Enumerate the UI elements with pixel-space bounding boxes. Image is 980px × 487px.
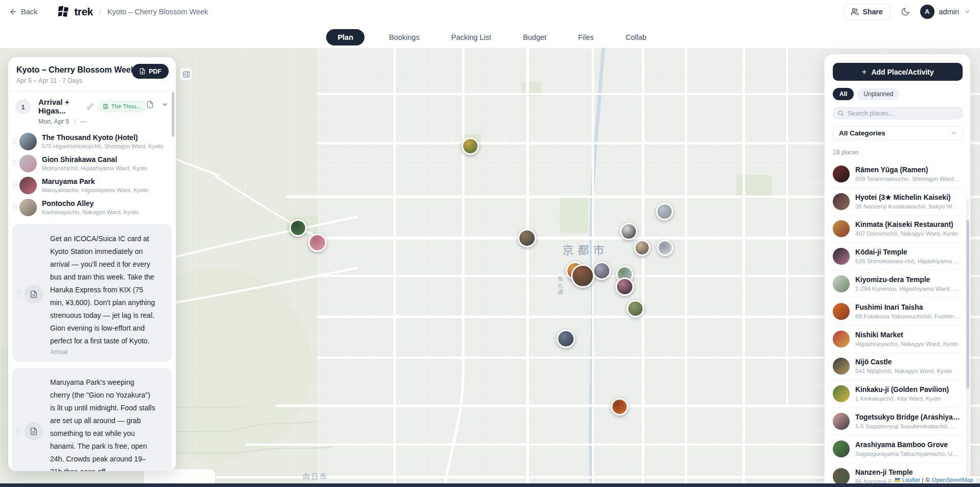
place-name: Kōdai-ji Temple xyxy=(855,248,961,256)
tab[interactable]: Plan xyxy=(326,29,364,45)
places-panel: + Add Place/Activity All Unplanned All C… xyxy=(825,54,970,487)
map-place-marker[interactable] xyxy=(657,240,673,256)
place-name: Nishiki Market xyxy=(855,331,958,339)
place-photo xyxy=(19,133,37,150)
filter-chip[interactable]: Unplanned xyxy=(857,88,900,100)
place-list-item[interactable]: Kinmata (Kaiseki Restaurant) 407 Dainich… xyxy=(833,216,963,243)
share-button[interactable]: Share xyxy=(843,4,891,20)
map-place-marker[interactable] xyxy=(656,203,673,220)
itinerary-scrollbar[interactable] xyxy=(172,92,174,137)
place-list-item[interactable]: Togetsukyo Bridge (Arashiyama) 1-5 Sagat… xyxy=(833,408,963,435)
place-photo xyxy=(833,331,850,347)
tab[interactable]: Budget xyxy=(516,30,554,45)
note-card[interactable]: Get an ICOCA/Suica IC card at Kyoto Stat… xyxy=(12,224,172,362)
map-place-marker[interactable] xyxy=(289,219,307,237)
app-logo[interactable]: trek xyxy=(57,5,93,18)
place-list-item[interactable]: Arashiyama Bamboo Grove Sagaogurayama Ta… xyxy=(833,435,963,463)
user-menu[interactable]: A admin xyxy=(920,5,971,19)
tab-bar: Plan Bookings Packing List Budget Files … xyxy=(0,29,980,45)
itinerary-place-item[interactable]: Maruyama Park Maruyamacho, Higashiyama W… xyxy=(8,174,176,196)
itinerary-place-item[interactable]: The Thousand Kyoto (Hotel) 570 Higashish… xyxy=(8,130,176,152)
category-select[interactable]: All Categories xyxy=(833,126,963,140)
pdf-label: PDF xyxy=(149,68,162,75)
leaflet-link[interactable]: Leaflet xyxy=(902,477,920,483)
drag-handle-icon[interactable] xyxy=(16,290,21,298)
tab[interactable]: Bookings xyxy=(382,30,427,45)
itinerary-place-item[interactable]: Pontocho Alley Kashiwayacho, Nakagyo War… xyxy=(8,196,176,218)
place-list-item[interactable]: Kinkaku-ji (Golden Pavilion) 1 Kinkakuji… xyxy=(833,380,963,408)
itinerary-header: Kyoto – Cherry Blossom Week Apr 5 – Apr … xyxy=(8,57,176,91)
day-date: Mon, Apr 5 xyxy=(38,118,69,125)
map-place-marker[interactable] xyxy=(634,240,650,256)
map-place-marker[interactable] xyxy=(616,277,634,296)
drag-handle-icon[interactable] xyxy=(16,428,21,435)
place-address: 609 Teianmaenocho, Shimogyo Ward, Ky… xyxy=(855,175,961,182)
place-list-item[interactable]: Kōdai-ji Temple 526 Shimokawara-chō, Hig… xyxy=(833,243,963,270)
map-place-marker[interactable] xyxy=(620,223,637,240)
map-place-marker[interactable] xyxy=(308,234,327,252)
drag-handle-icon[interactable] xyxy=(12,181,17,189)
place-name: Gion Shirakawa Canal xyxy=(42,155,147,165)
map-place-marker[interactable] xyxy=(611,398,628,415)
place-photo xyxy=(833,440,850,457)
export-pdf-button[interactable]: PDF xyxy=(132,64,169,79)
place-address: 1-294 Kiyomizu, Higashiyama Ward, Kyoto xyxy=(855,285,961,292)
places-scrollbar[interactable] xyxy=(966,220,969,389)
attribution-copyright: © xyxy=(925,477,929,483)
map-place-marker[interactable] xyxy=(571,264,595,288)
search-box[interactable] xyxy=(833,107,963,120)
place-list-item[interactable]: Nishiki Market Higashiuoyacho, Nakagyo W… xyxy=(833,326,963,353)
drag-handle-icon[interactable] xyxy=(12,203,17,211)
add-place-button[interactable]: + Add Place/Activity xyxy=(833,63,963,81)
place-name: Fushimi Inari Taisha xyxy=(855,304,961,311)
place-list-item[interactable]: Nijō Castle 541 Nijōjōchō, Nakagyo Ward,… xyxy=(833,353,963,381)
day-collapse-chevron-icon[interactable] xyxy=(161,101,169,108)
day-number-badge: 1 xyxy=(15,99,31,114)
drag-handle-icon[interactable] xyxy=(12,159,17,167)
filter-chip[interactable]: All xyxy=(833,88,854,100)
place-list-item[interactable]: Hyotei (3★ Michelin Kaiseki) 35 Nanzenji… xyxy=(833,188,963,216)
place-list-item[interactable]: Kiyomizu-dera Temple 1-294 Kiyomizu, Hig… xyxy=(833,270,963,298)
chevron-down-icon xyxy=(964,8,971,15)
itinerary-place-item[interactable]: Gion Shirakawa Canal Motoyoshichō, Higas… xyxy=(8,152,176,174)
logo-text: trek xyxy=(74,6,93,18)
day-1-header[interactable]: 1 Arrival + Higas... The Thou... Mon, Ap… xyxy=(8,91,176,130)
trek-logo-icon xyxy=(57,5,70,18)
map-place-marker[interactable] xyxy=(627,300,644,317)
panel-collapse-button[interactable] xyxy=(180,67,192,81)
place-address: 541 Nijōjōchō, Nakagyo Ward, Kyoto xyxy=(855,367,952,374)
map-place-marker[interactable] xyxy=(518,229,536,247)
theme-toggle-moon-icon[interactable] xyxy=(901,7,910,16)
hotel-badge-label: The Thou... xyxy=(111,103,141,109)
note-card[interactable]: Maruyama Park's weeping cherry (the "Gio… xyxy=(12,368,172,471)
avatar: A xyxy=(920,5,935,19)
edit-pencil-icon[interactable] xyxy=(87,103,94,110)
drag-handle-icon[interactable] xyxy=(12,137,17,145)
day-time[interactable]: — xyxy=(80,118,87,125)
osm-link[interactable]: OpenStreetMap xyxy=(932,477,973,483)
search-input[interactable] xyxy=(848,110,950,117)
tab[interactable]: Files xyxy=(571,30,601,45)
itinerary-panel: Kyoto – Cherry Blossom Week Apr 5 – Apr … xyxy=(8,57,176,471)
map-place-marker[interactable] xyxy=(557,330,575,348)
place-list-item[interactable]: Fushimi Inari Taisha 68 Fukakusa Yabunou… xyxy=(833,298,963,326)
tab[interactable]: Packing List xyxy=(444,30,498,45)
day-notes-icon[interactable] xyxy=(146,101,154,108)
map-place-marker[interactable] xyxy=(592,262,611,280)
place-name: Togetsukyo Bridge (Arashiyama) xyxy=(855,413,961,421)
tab[interactable]: Collab xyxy=(618,30,653,45)
category-select-value: All Categories xyxy=(839,129,885,137)
back-button[interactable]: Back xyxy=(9,8,37,16)
file-icon xyxy=(139,68,146,75)
map-place-label: 京都市 xyxy=(562,241,608,257)
search-icon xyxy=(837,110,844,117)
place-photo xyxy=(833,468,850,485)
map-place-label: 向日市 xyxy=(303,471,328,481)
back-label: Back xyxy=(21,8,37,16)
place-photo xyxy=(833,220,850,237)
map-place-marker[interactable] xyxy=(462,137,479,155)
place-list-item[interactable]: Rāmen Yūga (Ramen) 609 Teianmaenocho, Sh… xyxy=(833,160,963,188)
place-name: Nanzen-ji Temple xyxy=(855,469,961,476)
hotel-badge[interactable]: The Thou... xyxy=(98,101,146,111)
back-arrow-icon xyxy=(9,8,17,16)
